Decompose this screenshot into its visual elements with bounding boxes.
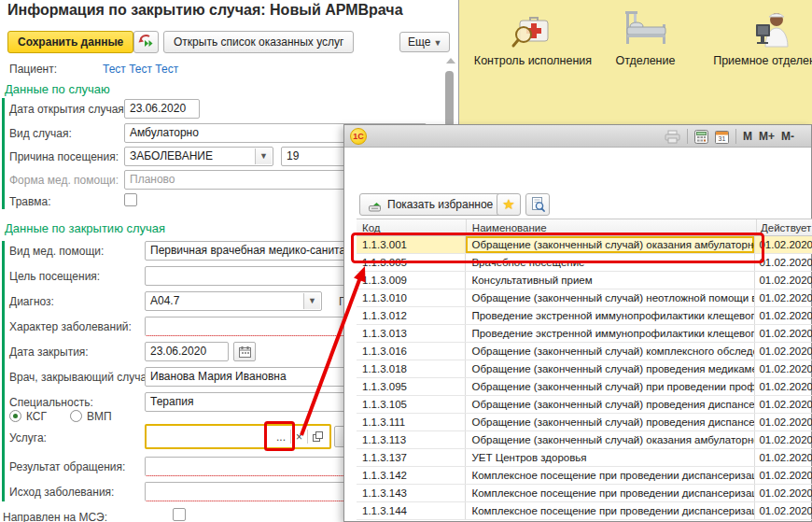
row-code[interactable]: 1.1.3.012 — [357, 307, 466, 324]
row-code[interactable]: 1.1.3.018 — [357, 360, 466, 377]
chevron-down-icon[interactable]: ▼ — [255, 148, 272, 164]
form-scrollbar[interactable] — [445, 71, 454, 127]
printer-icon[interactable] — [665, 130, 680, 144]
row-code[interactable]: 1.1.3.013 — [357, 325, 466, 342]
row-code[interactable]: 1.1.3.142 — [357, 467, 466, 484]
row-valid-from[interactable]: 01.02.2020 — [755, 360, 812, 377]
table-row[interactable]: 1.1.3.010 Обращение (законченный случай)… — [357, 289, 812, 307]
memory-minus-button[interactable]: M- — [781, 130, 794, 143]
row-name[interactable]: Обращение (законченный случай) неотложно… — [466, 289, 755, 306]
close-date-field[interactable]: 23.06.2020 — [145, 342, 229, 361]
table-row[interactable]: 1.1.3.009 Консультативный прием 01.02.20… — [357, 272, 812, 289]
row-name[interactable]: Обращение (законченный случай) оказания … — [466, 431, 755, 448]
calculator-icon[interactable] — [694, 130, 708, 144]
table-row[interactable]: 1.1.3.005 Врачебное посещение 01.02.2020 — [357, 254, 812, 272]
row-valid-from[interactable]: 01.02.2020 — [755, 272, 812, 289]
favorites-star-button[interactable]: ★ — [497, 193, 521, 216]
scroll-up-arrow[interactable] — [446, 58, 455, 63]
row-valid-from[interactable]: 01.02.2020 — [755, 236, 812, 253]
row-name[interactable]: Обращение (законченный случай) комплексн… — [466, 343, 755, 360]
row-name[interactable]: Обращение (законченный случай) оказания … — [466, 236, 755, 253]
table-row[interactable]: 1.1.3.142 Комплексное посещение при пров… — [357, 467, 812, 485]
trauma-checkbox[interactable] — [124, 193, 137, 206]
row-name[interactable]: Обращение (законченный случай) при прове… — [466, 378, 755, 395]
row-valid-from[interactable]: 01.02.2020 — [755, 307, 812, 324]
memory-button[interactable]: M — [743, 130, 752, 143]
visit-reason-field[interactable]: ЗАБОЛЕВАНИЕ ▼ — [124, 147, 273, 166]
row-name[interactable]: Обращение (законченный случай) проведени… — [466, 360, 755, 377]
row-name[interactable]: Проведение экстренной иммунопрофилактики… — [466, 307, 755, 324]
table-row[interactable]: 1.1.3.012 Проведение экстренной иммунопр… — [357, 307, 812, 325]
ksg-radio[interactable] — [9, 410, 21, 422]
column-header-valid-from[interactable]: Действует — [757, 219, 812, 235]
table-row[interactable]: 1.1.3.018 Обращение (законченный случай)… — [357, 360, 812, 378]
row-valid-from[interactable]: 01.02.2020 — [755, 502, 812, 519]
row-code[interactable]: 1.1.3.010 — [357, 289, 466, 306]
row-name[interactable]: Проведение экстренной иммунопрофилактики… — [466, 325, 755, 342]
row-code[interactable]: 1.1.3.001 — [357, 236, 466, 253]
table-row[interactable]: 1.1.3.001 Обращение (законченный случай)… — [357, 236, 812, 254]
row-code[interactable]: 1.1.3.016 — [357, 343, 466, 360]
desktop-item-reception[interactable]: Приемное отделение — [706, 6, 812, 67]
desktop-item-department[interactable]: Отделение — [606, 6, 685, 67]
desktop-item-control[interactable]: Контроль исполнения — [468, 6, 598, 67]
row-name[interactable]: Обращение (законченный случай) проведени… — [466, 396, 755, 413]
show-favorites-button[interactable]: Показать избранное — [359, 193, 501, 216]
calendar-icon[interactable]: 31 — [715, 130, 729, 144]
service-field[interactable]: ... × — [145, 424, 331, 449]
save-data-button[interactable]: Сохранить данные — [7, 31, 133, 53]
row-code[interactable]: 1.1.3.009 — [357, 272, 466, 289]
vmp-radio[interactable] — [70, 410, 82, 422]
table-row[interactable]: 1.1.3.105 Обращение (законченный случай)… — [357, 396, 812, 414]
row-valid-from[interactable]: 01.02.2020 — [755, 325, 812, 342]
table-row[interactable]: 1.1.3.113 Обращение (законченный случай)… — [357, 431, 812, 449]
row-valid-from[interactable]: 01.02.2020 — [755, 467, 812, 484]
row-code[interactable]: 1.1.3.005 — [357, 254, 466, 271]
search-in-list-button[interactable] — [525, 193, 550, 216]
table-row[interactable]: 1.1.3.013 Проведение экстренной иммунопр… — [357, 325, 812, 343]
row-valid-from[interactable]: 01.02.2020 — [755, 289, 812, 306]
table-row[interactable]: 1.1.3.016 Обращение (законченный случай)… — [357, 343, 812, 360]
table-row[interactable]: 1.1.3.144 Комплексное посещение при пров… — [357, 502, 812, 520]
open-services-list-button[interactable]: Открыть список оказанных услуг — [163, 31, 354, 53]
open-date-field[interactable]: 23.06.2020 — [124, 99, 200, 119]
patient-name-link[interactable]: Тест Тест Тест — [103, 63, 178, 76]
chevron-down-icon[interactable]: ▼ — [303, 293, 320, 309]
row-name[interactable]: Обращение (законченный случай) проведени… — [466, 414, 755, 430]
row-code[interactable]: 1.1.3.144 — [357, 502, 466, 519]
service-ellipsis-button[interactable]: ... — [272, 430, 290, 444]
memory-plus-button[interactable]: M+ — [759, 130, 775, 143]
row-code[interactable]: 1.1.3.105 — [357, 396, 466, 413]
row-name[interactable]: Комплексное посещение при проведении дис… — [466, 502, 755, 519]
table-row[interactable]: 1.1.3.143 Комплексное посещение при пров… — [357, 485, 812, 502]
more-button[interactable]: Еще▼ — [399, 32, 450, 52]
row-valid-from[interactable]: 01.02.2020 — [755, 343, 812, 360]
table-row[interactable]: 1.1.3.095 Обращение (законченный случай)… — [357, 378, 812, 396]
row-code[interactable]: 1.1.3.111 — [357, 414, 466, 430]
column-header-code[interactable]: Код — [357, 219, 467, 235]
table-row[interactable]: 1.1.3.137 УЕТ Центров здоровья 01.02.202… — [357, 449, 812, 467]
row-code[interactable]: 1.1.3.143 — [357, 485, 466, 501]
row-valid-from[interactable]: 01.02.2020 — [755, 254, 812, 271]
row-valid-from[interactable]: 01.02.2020 — [755, 485, 812, 501]
table-row[interactable]: 1.1.3.111 Обращение (законченный случай)… — [357, 414, 812, 431]
row-code[interactable]: 1.1.3.095 — [357, 378, 466, 395]
row-valid-from[interactable]: 01.02.2020 — [755, 449, 812, 466]
service-clear-button[interactable]: × — [291, 430, 307, 444]
row-name[interactable]: УЕТ Центров здоровья — [466, 449, 755, 466]
mse-checkbox[interactable] — [173, 508, 186, 521]
open-form-icon[interactable] — [313, 431, 323, 442]
refresh-button[interactable] — [133, 31, 159, 53]
row-valid-from[interactable]: 01.02.2020 — [755, 431, 812, 448]
row-valid-from[interactable]: 01.02.2020 — [755, 414, 812, 430]
row-valid-from[interactable]: 01.02.2020 — [755, 396, 812, 413]
row-name[interactable]: Врачебное посещение — [466, 254, 755, 271]
services-table-header[interactable]: Код Наименование Действует — [357, 219, 812, 236]
column-header-name[interactable]: Наименование — [467, 219, 757, 235]
window-titlebar[interactable]: 1С 31 — [344, 125, 811, 148]
row-code[interactable]: 1.1.3.137 — [357, 449, 466, 466]
row-name[interactable]: Комплексное посещение при проведении дис… — [466, 485, 755, 501]
row-name[interactable]: Комплексное посещение при проведении дис… — [466, 467, 755, 484]
calendar-picker-button[interactable] — [233, 342, 256, 361]
row-code[interactable]: 1.1.3.113 — [357, 431, 466, 448]
